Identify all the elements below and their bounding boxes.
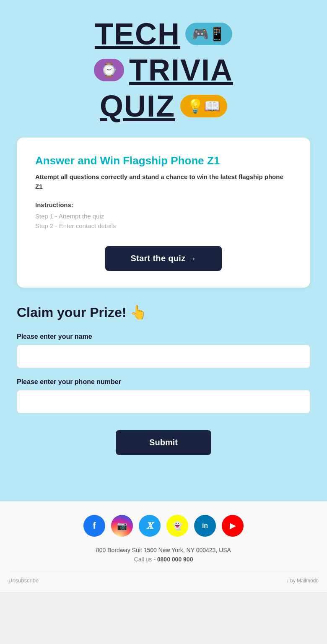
submit-button[interactable]: Submit [116,430,211,455]
card-title: Answer and Win Flagship Phone Z1 [35,154,292,167]
tech-badge-phone: 🎮📱 [185,23,232,45]
hero-section: TECH 🎮📱 ⌚ TRIVIA QUIZ 💡📖 Answer and Win … [0,0,327,501]
name-input[interactable] [17,345,310,368]
instagram-icon[interactable]: 📷 [111,515,133,537]
title-quiz: QUIZ [100,89,175,123]
start-quiz-button[interactable]: Start the quiz → [105,246,221,271]
name-label: Please enter your name [17,333,310,340]
call-label: Call us - [134,556,157,563]
title-trivia: TRIVIA [129,53,233,87]
facebook-icon[interactable]: f [83,515,105,537]
phone-label: Please enter your phone number [17,378,310,386]
youtube-icon[interactable]: ▶ [222,515,244,537]
card-subtitle: Attempt all questions correctly and stan… [35,172,292,191]
title-row-3: QUIZ 💡📖 [100,89,227,123]
twitter-icon[interactable]: 𝕏 [139,515,161,537]
page-container: TECH 🎮📱 ⌚ TRIVIA QUIZ 💡📖 Answer and Win … [0,0,327,592]
step-1: Step 1 - Attempt the quiz [35,213,292,220]
claim-title: Claim your Prize! 👆 [17,304,310,320]
title-tech: TECH [95,17,180,51]
footer-phone: Call us - 0800 000 900 [8,556,319,563]
tech-badge-book: 💡📖 [180,95,227,117]
footer-phone-number: 0800 000 900 [157,556,193,563]
tech-badge-watch: ⌚ [94,59,124,81]
claim-section: Claim your Prize! 👆 Please enter your na… [17,304,310,480]
step-2: Step 2 - Enter contact details [35,222,292,229]
footer-bottom-row: Unsubscribe ↓ by Mailmodo [8,571,319,584]
title-row-1: TECH 🎮📱 [95,17,232,51]
phone-input[interactable] [17,390,310,413]
unsubscribe-link[interactable]: Unsubscribe [8,577,39,584]
footer-brand: ↓ by Mailmodo [286,578,319,584]
instructions-label: Instructions: [35,201,292,208]
social-icons-row: f 📷 𝕏 👻 in ▶ [8,515,319,537]
linkedin-icon[interactable]: in [194,515,216,537]
footer: f 📷 𝕏 👻 in ▶ 800 Bordway Suit 1500 New Y… [0,501,327,592]
title-logo: TECH 🎮📱 ⌚ TRIVIA QUIZ 💡📖 [94,17,233,125]
footer-address: 800 Bordway Suit 1500 New York, NY 00042… [8,547,319,553]
title-row-2: ⌚ TRIVIA [94,53,233,87]
snapchat-icon[interactable]: 👻 [166,515,188,537]
quiz-card: Answer and Win Flagship Phone Z1 Attempt… [17,138,310,288]
